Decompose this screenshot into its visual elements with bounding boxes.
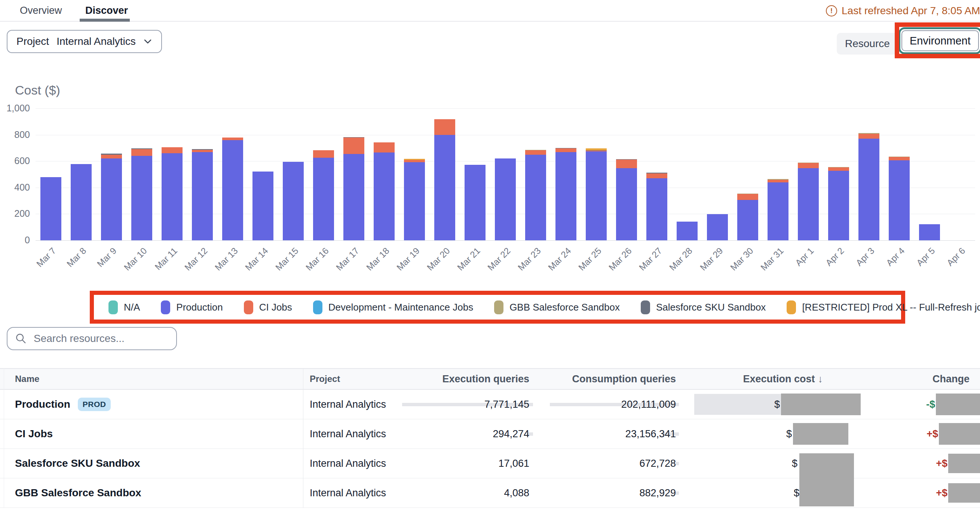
- bar-segment-production[interactable]: [889, 160, 910, 240]
- stacked-bar[interactable]: [101, 154, 122, 240]
- bar-segment-production[interactable]: [374, 152, 395, 240]
- bar-segment-production[interactable]: [707, 214, 728, 240]
- stacked-bar[interactable]: [646, 173, 667, 240]
- bar-segment-ci[interactable]: [737, 194, 758, 200]
- bar-segment-ci[interactable]: [616, 160, 637, 168]
- legend-item-dev[interactable]: Development - Maintenance Jobs: [313, 300, 473, 314]
- bar-segment-ci[interactable]: [131, 149, 152, 156]
- bar-segment-production[interactable]: [798, 168, 819, 240]
- bar-segment-ci[interactable]: [889, 157, 910, 160]
- stacked-bar[interactable]: [677, 222, 698, 240]
- bar-segment-production[interactable]: [858, 139, 880, 240]
- bar-segment-ci[interactable]: [434, 119, 455, 135]
- stacked-bar[interactable]: [40, 177, 61, 240]
- search-input[interactable]: [33, 333, 169, 344]
- bar-segment-ci[interactable]: [374, 143, 395, 152]
- stacked-bar[interactable]: [768, 179, 789, 240]
- column-header-execution-cost[interactable]: Execution cost↓: [679, 373, 862, 385]
- legend-item-restricted[interactable]: [RESTRICTED] Prod XL -- Full-Refresh job…: [787, 300, 980, 314]
- legend-item-sku[interactable]: Salesforce SKU Sandbox: [641, 300, 766, 314]
- stacked-bar[interactable]: [313, 150, 334, 240]
- stacked-bar[interactable]: [465, 165, 485, 240]
- bar-segment-production[interactable]: [616, 168, 637, 240]
- bar-segment-production[interactable]: [646, 178, 667, 240]
- bar-segment-production[interactable]: [465, 165, 485, 240]
- bar-segment-ci[interactable]: [798, 163, 819, 168]
- legend-item-gbb[interactable]: GBB Salesforce Sandbox: [494, 300, 620, 314]
- stacked-bar[interactable]: [495, 159, 516, 240]
- bar-segment-ci[interactable]: [828, 167, 849, 171]
- stacked-bar[interactable]: [525, 150, 546, 240]
- resource-name-cell[interactable]: Salesforce SKU Sandbox: [0, 457, 303, 469]
- resource-name-cell[interactable]: ProductionPROD: [0, 398, 303, 411]
- stacked-bar[interactable]: [131, 148, 152, 240]
- stacked-bar[interactable]: [889, 157, 910, 240]
- bar-segment-production[interactable]: [313, 158, 334, 240]
- bar-segment-production[interactable]: [222, 140, 243, 240]
- bar-segment-production[interactable]: [737, 200, 758, 240]
- bar-segment-production[interactable]: [525, 155, 546, 240]
- stacked-bar[interactable]: [586, 148, 607, 240]
- group-by-resource-button[interactable]: Resource: [837, 33, 898, 55]
- group-by-environment-button[interactable]: Environment: [902, 30, 979, 51]
- project-filter-dropdown[interactable]: Project Internal Analytics: [7, 30, 162, 53]
- stacked-bar[interactable]: [344, 137, 364, 240]
- bar-segment-production[interactable]: [253, 171, 274, 240]
- bar-segment-ci[interactable]: [858, 134, 880, 139]
- column-header-execution-queries[interactable]: Execution queries: [389, 373, 533, 385]
- stacked-bar[interactable]: [434, 119, 455, 240]
- bar-segment-production[interactable]: [344, 154, 364, 240]
- stacked-bar[interactable]: [616, 159, 637, 240]
- stacked-bar[interactable]: [162, 147, 183, 240]
- resource-name-cell[interactable]: CI Jobs: [0, 428, 303, 440]
- bar-segment-production[interactable]: [768, 182, 789, 240]
- legend-item-na[interactable]: N/A: [108, 300, 140, 314]
- bar-segment-ci[interactable]: [344, 138, 364, 154]
- table-row-production[interactable]: ProductionPRODInternal Analytics7,771,14…: [0, 390, 980, 419]
- bar-segment-ci[interactable]: [646, 173, 667, 178]
- bar-segment-production[interactable]: [162, 153, 183, 240]
- stacked-bar[interactable]: [707, 214, 728, 240]
- stacked-bar[interactable]: [283, 162, 304, 240]
- stacked-bar[interactable]: [222, 138, 243, 240]
- bar-segment-production[interactable]: [555, 152, 576, 240]
- resource-name-cell[interactable]: GBB Salesforce Sandbox: [0, 487, 303, 499]
- bar-segment-production[interactable]: [434, 135, 455, 240]
- bar-segment-production[interactable]: [192, 152, 213, 240]
- stacked-bar[interactable]: [71, 164, 92, 240]
- bar-segment-production[interactable]: [71, 164, 92, 240]
- bar-segment-production[interactable]: [919, 224, 940, 240]
- bar-segment-ci[interactable]: [222, 138, 243, 140]
- bar-segment-production[interactable]: [828, 171, 849, 240]
- bar-segment-production[interactable]: [283, 162, 304, 240]
- bar-segment-production[interactable]: [40, 177, 61, 240]
- tab-discover[interactable]: Discover: [85, 0, 128, 21]
- table-row-ci-jobs[interactable]: CI JobsInternal Analytics294,27423,156,3…: [0, 419, 980, 449]
- legend-item-ci[interactable]: CI Jobs: [244, 300, 292, 314]
- legend-item-production[interactable]: Production: [161, 300, 223, 314]
- bar-segment-production[interactable]: [495, 159, 516, 240]
- stacked-bar[interactable]: [192, 149, 213, 240]
- stacked-bar[interactable]: [828, 167, 849, 240]
- bar-segment-production[interactable]: [677, 222, 698, 240]
- stacked-bar[interactable]: [374, 143, 395, 240]
- bar-segment-ci[interactable]: [162, 147, 183, 153]
- column-header-consumption-queries[interactable]: Consumption queries: [533, 373, 679, 385]
- bar-segment-production[interactable]: [404, 162, 425, 240]
- bar-segment-production[interactable]: [131, 156, 152, 240]
- bar-segment-ci[interactable]: [525, 150, 546, 155]
- column-header-change[interactable]: Change: [862, 373, 980, 385]
- column-header-project[interactable]: Project: [303, 374, 389, 384]
- stacked-bar[interactable]: [858, 133, 880, 240]
- bar-segment-ci[interactable]: [768, 180, 789, 183]
- stacked-bar[interactable]: [404, 159, 425, 240]
- stacked-bar[interactable]: [253, 171, 274, 240]
- tab-overview[interactable]: Overview: [20, 0, 62, 21]
- bar-segment-ci[interactable]: [555, 148, 576, 152]
- column-header-name[interactable]: Name: [0, 374, 303, 384]
- bar-segment-ci[interactable]: [101, 155, 122, 159]
- stacked-bar[interactable]: [798, 163, 819, 240]
- bar-segment-production[interactable]: [101, 159, 122, 240]
- stacked-bar[interactable]: [555, 148, 576, 240]
- bar-segment-ci[interactable]: [313, 150, 334, 158]
